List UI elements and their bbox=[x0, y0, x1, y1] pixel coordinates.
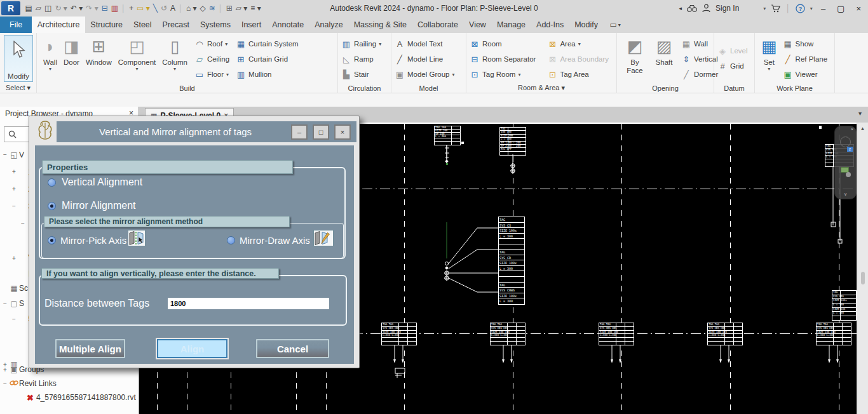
tab-modify[interactable]: Modify bbox=[569, 17, 604, 33]
minimize-button[interactable]: – bbox=[818, 4, 829, 13]
mirror-pick-axis-radio[interactable]: Mirror-Pick Axis bbox=[48, 234, 126, 246]
properties-icon[interactable]: ▤ bbox=[24, 1, 34, 15]
tab-precast[interactable]: Precast bbox=[157, 17, 194, 33]
cart-icon[interactable] bbox=[771, 4, 780, 13]
tree-expander[interactable]: − bbox=[1, 151, 9, 158]
steering-wheel-icon[interactable] bbox=[840, 137, 851, 147]
user-icon[interactable] bbox=[702, 4, 710, 13]
railing-button[interactable]: ▥Railing▾ bbox=[341, 36, 381, 51]
modify-button[interactable]: Modify bbox=[4, 35, 33, 82]
curtain-grid-button[interactable]: ⊞Curtain Grid bbox=[236, 51, 301, 67]
tree-expander[interactable]: − bbox=[1, 300, 9, 307]
mullion-button[interactable]: ▥Mullion bbox=[236, 67, 301, 82]
marker-icon[interactable]: ◇ bbox=[198, 1, 207, 15]
tree-expander[interactable]: − bbox=[10, 203, 18, 210]
panel-label-datum[interactable]: Datum bbox=[714, 84, 754, 92]
window-button[interactable]: ⊞Window bbox=[83, 35, 115, 72]
curtain-system-button[interactable]: ▦Curtain System bbox=[236, 36, 301, 51]
tree-expander[interactable]: + bbox=[10, 168, 18, 175]
tree-row-revit-links[interactable]: −Revit Links bbox=[0, 377, 139, 391]
model-text-button[interactable]: AModel Text bbox=[395, 36, 455, 51]
shaft-button[interactable]: ▨Shaft bbox=[649, 35, 679, 75]
tag-area-button[interactable]: ⊡Tag Area bbox=[547, 67, 611, 82]
qat-separator[interactable]: │ bbox=[120, 1, 128, 15]
tab-architecture[interactable]: Architecture bbox=[32, 17, 85, 33]
viewer-button[interactable]: ▣Viewer bbox=[783, 67, 828, 82]
tab-manage[interactable]: Manage bbox=[491, 17, 531, 33]
room-separator-button[interactable]: ⊟Room Separator bbox=[470, 51, 538, 67]
switch-windows-icon[interactable]: ▱ ▾ bbox=[234, 1, 249, 15]
vertical-alignment-radio[interactable]: Vertical Alignment bbox=[48, 176, 142, 189]
vertical-scrollbar[interactable]: ▲ bbox=[857, 123, 868, 414]
tree-expander[interactable]: + bbox=[10, 255, 18, 262]
ribbon-display-toggle[interactable]: ▭▾ bbox=[610, 17, 621, 33]
tab-add-ins[interactable]: Add-Ins bbox=[531, 17, 569, 33]
tab-collaborate[interactable]: Collaborate bbox=[412, 17, 464, 33]
print-icon[interactable]: ⊟ bbox=[100, 1, 109, 15]
tab-annotate[interactable]: Annotate bbox=[267, 17, 309, 33]
by-face-button[interactable]: ◩By Face bbox=[620, 35, 649, 75]
copy-monitor-icon[interactable]: ⊞ bbox=[224, 1, 234, 15]
panel-label-build[interactable]: Build bbox=[37, 84, 337, 92]
room-button[interactable]: ⊠Room bbox=[470, 36, 538, 51]
zoom-2d-icon[interactable]: 2 bbox=[847, 147, 853, 152]
tab-insert[interactable]: Insert bbox=[236, 17, 266, 33]
scrollbar-thumb[interactable] bbox=[861, 272, 865, 284]
align-button[interactable]: Align bbox=[157, 339, 227, 358]
tab-steel[interactable]: Steel bbox=[128, 17, 158, 33]
area-boundary-button[interactable]: ⊠Area Boundary bbox=[547, 51, 611, 67]
panel-label-work-plane[interactable]: Work Plane bbox=[755, 84, 834, 92]
set-button[interactable]: ▦Set▾ bbox=[758, 35, 780, 72]
model-group-button[interactable]: ▣Model Group▾ bbox=[395, 67, 455, 82]
close-button[interactable]: × bbox=[853, 4, 864, 13]
mirror-draw-axis-icon[interactable] bbox=[313, 230, 334, 246]
mirror-pick-axis-icon[interactable] bbox=[128, 230, 146, 246]
tag-room-button[interactable]: ⊡Tag Room▾ bbox=[470, 67, 538, 82]
tab-structure[interactable]: Structure bbox=[85, 17, 128, 33]
cancel-button[interactable]: Cancel bbox=[256, 339, 329, 358]
search-collapse-icon[interactable]: ◂ bbox=[679, 5, 682, 11]
multiple-align-button[interactable]: Multiple Align bbox=[55, 339, 125, 358]
help-caret-icon[interactable]: ▾ bbox=[810, 6, 813, 11]
tree-row-link-file[interactable]: ✖4_5769165587141887800.rvt bbox=[0, 391, 139, 404]
filter-icon[interactable]: ≋ bbox=[207, 1, 217, 15]
mirror-draw-axis-radio[interactable]: Mirror-Draw Axis bbox=[227, 234, 310, 246]
ruler-icon[interactable]: ▭ ▾ bbox=[135, 1, 151, 15]
grid-button[interactable]: #Grid bbox=[717, 58, 748, 74]
door-button[interactable]: ◨Door bbox=[60, 35, 83, 72]
tab-analyze[interactable]: Analyze bbox=[309, 17, 348, 33]
sign-in-caret-icon[interactable]: ▾ bbox=[763, 6, 766, 11]
rotate-icon[interactable]: ↺ bbox=[159, 1, 168, 15]
revit-logo-icon[interactable]: R bbox=[1, 1, 20, 15]
roof-button[interactable]: ◠Roof▾ bbox=[194, 36, 232, 51]
view-tabs-menu-icon[interactable]: ▾ bbox=[858, 110, 862, 117]
dialog-maximize-button[interactable]: □ bbox=[313, 124, 329, 140]
panel-label-room-area[interactable]: Room & Area ▾ bbox=[466, 84, 616, 92]
panel-label-select[interactable]: Select ▾ bbox=[0, 84, 36, 92]
navbar-close-icon[interactable]: × bbox=[851, 127, 853, 131]
qat-separator[interactable]: │ bbox=[217, 1, 224, 15]
level-button[interactable]: ◈Level bbox=[717, 43, 748, 58]
tab-file[interactable]: File bbox=[0, 17, 32, 33]
show-button[interactable]: ▦Show bbox=[783, 36, 828, 51]
distance-input[interactable] bbox=[168, 298, 329, 309]
tree-expander[interactable]: − bbox=[10, 316, 18, 323]
tree-expander[interactable]: − bbox=[19, 220, 27, 227]
wall-button[interactable]: ◗Wall▾ bbox=[40, 35, 60, 72]
model-line-button[interactable]: ╱Model Line bbox=[395, 51, 455, 67]
scroll-up-icon[interactable]: ▲ bbox=[857, 126, 868, 131]
transfer-icon[interactable]: ▥ bbox=[109, 1, 119, 15]
area-button[interactable]: ⊠Area▾ bbox=[547, 36, 611, 51]
dialog-minimize-button[interactable]: – bbox=[291, 124, 308, 140]
ceiling-button[interactable]: ▱Ceiling bbox=[194, 51, 232, 67]
redo-icon[interactable]: ↷ ▾ bbox=[85, 1, 100, 15]
sign-in-button[interactable]: Sign In bbox=[715, 4, 739, 13]
spline-icon[interactable]: ╲ bbox=[151, 1, 159, 15]
home-icon[interactable]: ⌂ ▾ bbox=[184, 1, 198, 15]
column-button[interactable]: ▯Column▾ bbox=[159, 35, 191, 72]
text-icon[interactable]: A bbox=[168, 1, 177, 15]
qat-customize-icon[interactable]: ≡ ▾ bbox=[249, 1, 262, 15]
stair-button[interactable]: ▙Stair bbox=[341, 67, 381, 82]
tab-view[interactable]: View bbox=[464, 17, 492, 33]
tab-systems[interactable]: Systems bbox=[194, 17, 236, 33]
